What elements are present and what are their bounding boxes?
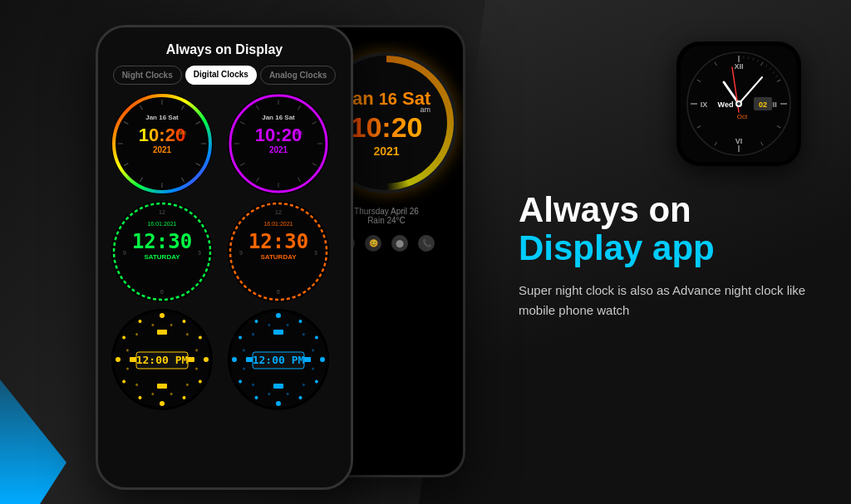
svg-text:3: 3: [198, 250, 201, 256]
right-text-section: Always on Display app Super night clock …: [519, 191, 818, 321]
svg-text:Jan 16 Sat: Jan 16 Sat: [145, 114, 179, 121]
large-clock-suffix: am: [420, 105, 430, 114]
large-clock-date: Jan 16 Sat: [342, 88, 431, 110]
svg-point-150: [737, 102, 740, 105]
svg-point-92: [276, 401, 281, 406]
svg-text:12:00 PM: 12:00 PM: [253, 354, 305, 366]
svg-text:16:01:2021: 16:01:2021: [263, 221, 293, 227]
tab-night-clocks[interactable]: Night Clocks: [113, 66, 182, 85]
smile-icon[interactable]: 😊: [365, 235, 381, 252]
svg-text:6: 6: [277, 289, 280, 295]
clocks-grid: Jan 16 Sat 10:20 am 2021: [98, 93, 351, 410]
svg-text:XII: XII: [734, 62, 743, 71]
svg-point-64: [116, 357, 121, 362]
svg-text:3: 3: [314, 250, 317, 256]
circle-icon[interactable]: ⬤: [391, 235, 408, 252]
clock-item-5[interactable]: 12:00 PM: [111, 309, 213, 410]
svg-text:12:30: 12:30: [132, 230, 192, 253]
headline-line1: Always on: [519, 191, 818, 229]
svg-text:9: 9: [239, 250, 243, 256]
svg-point-86: [276, 313, 281, 318]
large-clock-year: 2021: [373, 144, 399, 158]
svg-text:am: am: [294, 130, 303, 135]
svg-rect-111: [273, 384, 283, 389]
svg-text:9: 9: [123, 250, 126, 256]
app-subtitle: Super night clock is also as Advance nig…: [519, 281, 818, 321]
weather-info: Thursday April 26 Rain 24°C: [354, 207, 419, 225]
svg-text:Oct: Oct: [737, 113, 748, 120]
phone-mockup-left: Always on Display Night Clocks Digital C…: [96, 25, 353, 490]
svg-rect-79: [157, 330, 167, 335]
svg-text:Jan 16 Sat: Jan 16 Sat: [262, 114, 295, 121]
svg-text:am: am: [178, 130, 186, 135]
svg-text:SATURDAY: SATURDAY: [260, 253, 297, 261]
tab-analog-clocks[interactable]: Analog Clocks: [260, 66, 336, 85]
clock-item-6[interactable]: 12:00 PM: [228, 309, 329, 410]
clock-item-1[interactable]: Jan 16 Sat 10:20 am 2021: [111, 93, 213, 194]
svg-text:2021: 2021: [269, 145, 288, 154]
svg-text:12:00 PM: 12:00 PM: [136, 354, 189, 366]
svg-point-55: [160, 313, 165, 318]
tab-digital-clocks[interactable]: Digital Clocks: [185, 66, 257, 85]
svg-text:12:30: 12:30: [248, 230, 308, 253]
phone-icon[interactable]: 📞: [418, 235, 435, 252]
phone-header: Always on Display: [98, 27, 351, 66]
weather-line2: Rain 24°C: [354, 216, 419, 225]
clock-item-3[interactable]: 16:01:2021 12:30 SATURDAY 12 3 6 9: [111, 201, 213, 302]
svg-text:12: 12: [159, 209, 165, 215]
clock-item-2[interactable]: Jan 16 Sat 10:20 am 2021: [228, 93, 329, 194]
svg-point-95: [232, 357, 237, 362]
svg-point-89: [320, 357, 325, 362]
svg-text:VI: VI: [735, 137, 743, 145]
svg-text:6: 6: [160, 289, 164, 295]
svg-text:12: 12: [275, 209, 282, 215]
svg-text:02: 02: [759, 100, 767, 109]
clock-item-4[interactable]: 16:01:2021 12:30 SATURDAY 12 3 6 9: [228, 201, 329, 302]
svg-text:IX: IX: [701, 100, 708, 109]
weather-line1: Thursday April 26: [354, 207, 419, 216]
square-watch: XII III VI IX 02 Wed Oct: [676, 42, 801, 166]
svg-point-58: [204, 357, 209, 362]
svg-rect-110: [273, 330, 283, 335]
headline-line2: Display app: [519, 229, 818, 267]
svg-text:Wed: Wed: [718, 100, 734, 109]
svg-rect-80: [157, 384, 167, 389]
svg-text:2021: 2021: [153, 145, 172, 154]
svg-text:SATURDAY: SATURDAY: [144, 253, 180, 261]
svg-text:16:01:2021: 16:01:2021: [147, 221, 176, 227]
tabs-row: Night Clocks Digital Clocks Analog Clock…: [98, 66, 351, 93]
large-clock-time: 10:20: [351, 113, 423, 141]
svg-point-61: [160, 401, 165, 406]
